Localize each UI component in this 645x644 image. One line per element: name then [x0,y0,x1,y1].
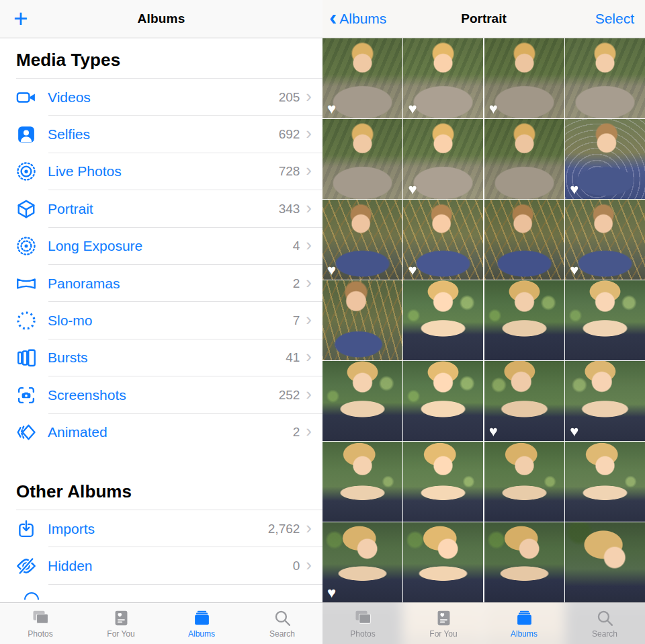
album-label: Panoramas [48,276,120,292]
section-heading-media-types: Media Types [0,38,322,78]
album-row-live-photos[interactable]: Live Photos728› [0,153,322,190]
photo-tile-woman-front-turn[interactable]: ♥ [484,361,564,441]
album-count: 2,762 [268,522,300,536]
album-row-animated[interactable]: Animated2› [0,414,322,451]
photo-tile-toddler-floral-smile[interactable]: ♥ [565,119,645,199]
chevron-right-icon: › [306,87,312,105]
photo-tile-woman-profile-far[interactable] [565,522,645,602]
chevron-right-icon: › [306,519,312,536]
photo-tile-toddler-vest[interactable]: ♥ [322,38,402,118]
photo-tile-woman-front[interactable] [403,280,483,360]
album-row-panoramas[interactable]: Panoramas2› [0,265,322,302]
photo-tile-toddler-vest[interactable]: ♥ [403,38,483,118]
tab-label: For You [429,629,457,639]
photo-tile-woman-front-turn[interactable]: ♥ [565,361,645,441]
favorite-heart-icon: ♥ [489,424,498,439]
album-row-screenshots[interactable]: Screenshots252› [0,376,322,413]
tab-for-you[interactable]: For You [81,603,161,644]
tab-photos[interactable]: Photos [0,603,81,644]
favorite-heart-icon: ♥ [327,263,336,278]
chevron-left-icon: ‹ [329,5,337,28]
tab-label: Albums [188,629,215,639]
photo-tile-woman-gaze[interactable] [322,442,402,522]
album-row-long-exposure[interactable]: Long Exposure4› [0,228,322,265]
photo-tile-woman-gaze[interactable] [565,442,645,522]
album-label: Imports [48,521,95,537]
chevron-right-icon: › [306,348,312,365]
portrait-nav-bar: Portrait ‹ Albums Select [322,0,645,38]
tab-label: Albums [511,629,538,639]
photo-tile-toddler-vest[interactable]: ♥ [403,119,483,199]
live-photos-icon [15,161,38,182]
album-row-selfies[interactable]: Selfies692› [0,116,322,153]
albums-list: Media TypesVideos205›Selfies692›Live Pho… [0,38,322,644]
photo-tile-woman-profile[interactable]: ♥ [322,522,402,602]
photo-tile-toddler-vest[interactable]: ♥ [484,38,564,118]
tab-photos[interactable]: Photos [322,603,403,644]
photo-tile-toddler-floral[interactable] [484,200,564,280]
album-row-videos[interactable]: Videos205› [0,79,322,116]
tab-search[interactable]: Search [242,603,322,644]
tab-albums[interactable]: Albums [161,603,242,644]
slo-mo-icon [15,311,38,331]
album-label: Animated [48,424,108,440]
selfies-icon [15,124,38,145]
album-label: Selfies [48,126,90,143]
section-heading-other-albums: Other Albums [0,470,322,510]
photo-tile-toddler-floral[interactable]: ♥ [565,200,645,280]
partial-album-icon [24,592,39,600]
photo-tile-woman-gaze[interactable] [403,442,483,522]
album-label: Long Exposure [48,238,142,254]
photo-tile-toddler-floral[interactable]: ♥ [322,200,402,280]
favorite-heart-icon: ♥ [489,102,498,116]
photo-tile-woman-front[interactable] [565,280,645,360]
chevron-right-icon: › [306,161,312,179]
photo-tile-toddler-floral[interactable]: ♥ [403,200,483,280]
photo-grid: ♥♥♥♥♥♥♥♥♥♥♥ [322,38,645,644]
chevron-right-icon: › [306,422,312,440]
portrait-album-panel: Portrait ‹ Albums Select ♥♥♥♥♥♥♥♥♥♥♥ Pho… [322,0,645,644]
photo-tile-toddler-branches[interactable] [322,280,402,360]
chevron-right-icon: › [306,274,312,291]
bursts-icon [15,348,38,368]
add-album-button[interactable]: + [13,3,28,35]
tab-albums[interactable]: Albums [484,603,564,644]
favorite-heart-icon: ♥ [408,102,417,116]
tab-search[interactable]: Search [564,603,645,644]
photo-tile-woman-profile[interactable] [403,522,483,602]
album-row-partial [0,585,322,600]
left-tab-bar: PhotosFor YouAlbumsSearch [0,602,322,644]
album-label: Screenshots [48,387,126,403]
album-row-imports[interactable]: Imports2,762› [0,510,322,547]
photo-tile-woman-profile[interactable] [484,522,564,602]
album-row-portrait[interactable]: Portrait343› [0,190,322,227]
photo-tile-woman-gaze[interactable] [484,442,564,522]
album-count: 2 [293,276,300,291]
chevron-right-icon: › [306,311,312,328]
tab-label: Photos [28,629,52,639]
imports-icon [15,519,38,539]
photo-tile-woman-front[interactable] [322,361,402,441]
album-count: 4 [293,239,300,253]
albums-panel-title: Albums [138,11,185,26]
album-row-hidden[interactable]: Hidden0› [0,547,322,584]
tab-for-you[interactable]: For You [403,603,484,644]
photo-tile-toddler-vest[interactable] [484,119,564,199]
photo-tile-woman-front[interactable] [403,361,483,441]
animated-icon [15,422,38,442]
album-label: Hidden [48,558,93,574]
album-row-slo-mo[interactable]: Slo-mo7› [0,302,322,339]
photo-tile-toddler-vest[interactable] [322,119,402,199]
album-label: Live Photos [48,163,122,179]
favorite-heart-icon: ♥ [408,182,417,197]
chevron-right-icon: › [306,236,312,253]
album-row-bursts[interactable]: Bursts41› [0,339,322,376]
albums-tab-icon [192,609,212,627]
for-you-tab-icon [434,609,454,627]
select-button[interactable]: Select [595,11,634,27]
photo-tile-woman-front[interactable] [484,280,564,360]
album-label: Slo-mo [48,313,93,329]
favorite-heart-icon: ♥ [570,182,578,197]
back-to-albums-button[interactable]: ‹ Albums [329,9,386,28]
photo-tile-toddler-vest[interactable] [565,38,645,118]
